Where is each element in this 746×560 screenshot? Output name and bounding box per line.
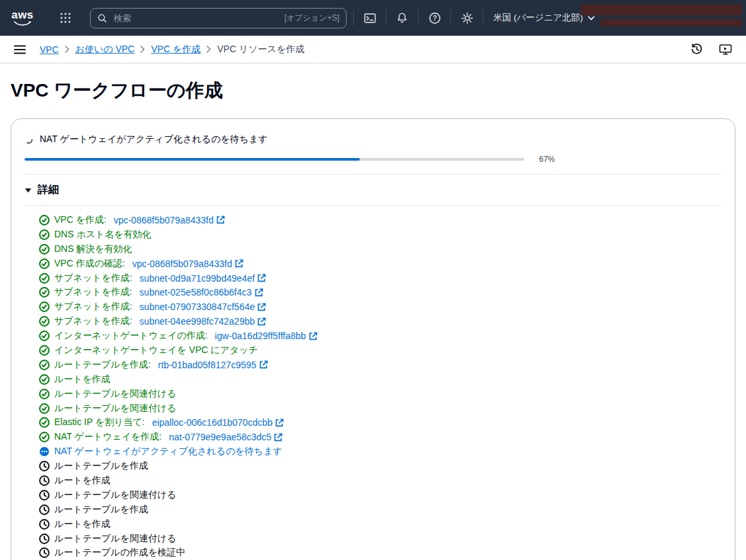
step-label: ルートを作成 [54, 475, 110, 487]
help-button[interactable]: ? [421, 5, 448, 31]
step-label: インターネットゲートウェイの作成: [54, 330, 208, 342]
resource-link[interactable]: igw-0a16d29ff5fffa8bb [215, 331, 317, 341]
breadcrumb-bar: VPC お使いの VPC VPC を作成 VPC リソースを作成 [0, 36, 746, 63]
external-link-icon [257, 274, 266, 282]
tutorials-button[interactable] [716, 40, 735, 60]
history-button[interactable] [686, 40, 706, 60]
success-status-icon [39, 273, 50, 284]
breadcrumb-link-your-vpcs[interactable]: お使いの VPC [75, 44, 135, 56]
step-label: サブネットを作成: [54, 286, 132, 298]
breadcrumb-chevron-icon [206, 46, 211, 53]
step-row: DNS 解決を有効化 [39, 242, 722, 257]
step-label: VPC を作成: [54, 214, 106, 226]
pending-status-icon [39, 461, 50, 471]
notifications-button[interactable] [388, 5, 416, 31]
region-label: 米国 (バージニア北部) [493, 12, 583, 24]
workflow-status-row: NAT ゲートウェイがアクティブ化されるのを待ちます [24, 134, 722, 145]
step-row: ルートテーブルを関連付ける [39, 488, 722, 502]
page-title: VPC ワークフローの作成 [11, 80, 735, 101]
hamburger-icon [14, 45, 26, 54]
progress-percentage: 67% [539, 155, 555, 164]
resource-id: rtb-01bad05f8127c9595 [158, 360, 257, 370]
step-row: サブネットを作成:subnet-07907330847cf564e [39, 300, 722, 314]
step-row: ルートテーブルの作成を検証中 [39, 545, 722, 560]
resource-link[interactable]: subnet-0d9a71c99bd49e4ef [140, 273, 266, 284]
resource-link[interactable]: subnet-025e58f0c86b6f4c3 [140, 287, 263, 298]
separator [450, 10, 451, 26]
step-label: ルートを作成 [54, 374, 110, 385]
resource-link[interactable]: eipalloc-006c16d1b070cdcbb [152, 417, 284, 428]
success-status-icon [39, 215, 50, 225]
step-label: サブネットを作成: [54, 315, 132, 327]
step-label: DNS 解決を有効化 [54, 243, 132, 255]
step-label: ルートテーブルを作成: [54, 359, 151, 371]
step-row: インターネットゲートウェイを VPC にアタッチ [39, 343, 722, 358]
success-status-icon [39, 403, 50, 414]
step-row: VPC 作成の確認:vpc-0868f5b079a8433fd [39, 257, 722, 271]
account-menu-redacted[interactable] [581, 5, 742, 26]
breadcrumb-link-vpc[interactable]: VPC [40, 44, 59, 55]
resource-link[interactable]: nat-0779e9e9ae58c3dc5 [169, 432, 282, 442]
side-navigation-toggle[interactable] [11, 40, 29, 59]
search-shortcut-hint: [オプション+S] [284, 13, 339, 24]
aws-smile-icon [13, 20, 32, 26]
external-link-icon [216, 216, 225, 224]
step-row: ルートテーブルを関連付ける [39, 532, 722, 546]
step-row: NAT ゲートウェイを作成:nat-0779e9e9ae58c3dc5 [39, 430, 722, 444]
step-label: ルートテーブルを関連付ける [54, 489, 177, 501]
separator [353, 10, 354, 26]
caret-down-filled-icon [24, 188, 32, 193]
settings-button[interactable] [453, 5, 481, 31]
resource-id: vpc-0868f5b079a8433fd [132, 259, 232, 269]
separator [418, 10, 419, 26]
apps-grid-button[interactable] [52, 5, 79, 31]
step-row: ルートを作成 [39, 372, 722, 387]
step-row: ルートテーブルを関連付ける [39, 401, 722, 416]
success-status-icon [39, 229, 50, 240]
success-status-icon [39, 389, 50, 399]
step-label: ルートテーブルの作成を検証中 [54, 547, 185, 559]
resource-link[interactable]: rtb-01bad05f8127c9595 [158, 360, 268, 370]
details-expandable-header[interactable]: 詳細 [24, 183, 59, 197]
step-row: VPC を作成:vpc-0868f5b079a8433fd [39, 213, 722, 227]
svg-text:?: ? [433, 14, 436, 22]
resource-link[interactable]: vpc-0868f5b079a8433fd [132, 259, 243, 269]
pending-status-icon [39, 534, 50, 544]
resource-id: vpc-0868f5b079a8433fd [114, 215, 214, 225]
step-row: ルートテーブルを作成 [39, 459, 722, 473]
step-label: VPC 作成の確認: [54, 258, 125, 270]
step-row: ルートを作成 [39, 517, 722, 532]
external-link-icon [309, 332, 317, 340]
progress-bar-fill [24, 158, 360, 161]
step-label: Elastic IP を割り当て: [54, 417, 145, 428]
resource-id: subnet-025e58f0c86b6f4c3 [140, 287, 252, 298]
step-label: ルートを作成 [54, 518, 110, 530]
breadcrumb-link-create-vpc[interactable]: VPC を作成 [151, 44, 200, 56]
step-label: ルートテーブルを作成 [54, 504, 148, 516]
resource-link[interactable]: subnet-07907330847cf564e [140, 301, 266, 312]
success-status-icon [39, 331, 50, 341]
search-icon [97, 13, 107, 23]
resource-link[interactable]: subnet-04ee998fc742a29bb [140, 316, 266, 327]
search-input[interactable] [112, 13, 284, 24]
success-status-icon [39, 244, 50, 255]
steps-list: VPC を作成:vpc-0868f5b079a8433fdDNS ホスト名を有効… [24, 213, 722, 560]
step-row: インターネットゲートウェイの作成:igw-0a16d29ff5fffa8bb [39, 329, 722, 343]
loading-spinner-icon [24, 136, 33, 144]
progress-bar [24, 158, 524, 161]
cloudshell-button[interactable] [356, 5, 384, 31]
search-box[interactable]: [オプション+S] [90, 8, 347, 28]
separator [483, 10, 483, 26]
resource-link[interactable]: vpc-0868f5b079a8433fd [114, 215, 225, 225]
step-row: サブネットを作成:subnet-025e58f0c86b6f4c3 [39, 285, 722, 300]
external-link-icon [275, 419, 284, 427]
step-label: DNS ホスト名を有効化 [54, 229, 151, 241]
resource-id: eipalloc-006c16d1b070cdcbb [152, 417, 272, 428]
success-status-icon [39, 374, 50, 385]
resource-id: subnet-07907330847cf564e [140, 301, 255, 312]
step-row: サブネットを作成:subnet-04ee998fc742a29bb [39, 314, 722, 329]
success-status-icon [39, 316, 50, 327]
step-row: サブネットを作成:subnet-0d9a71c99bd49e4ef [39, 271, 722, 286]
pending-status-icon [39, 490, 50, 500]
aws-logo[interactable]: aws [9, 10, 36, 26]
